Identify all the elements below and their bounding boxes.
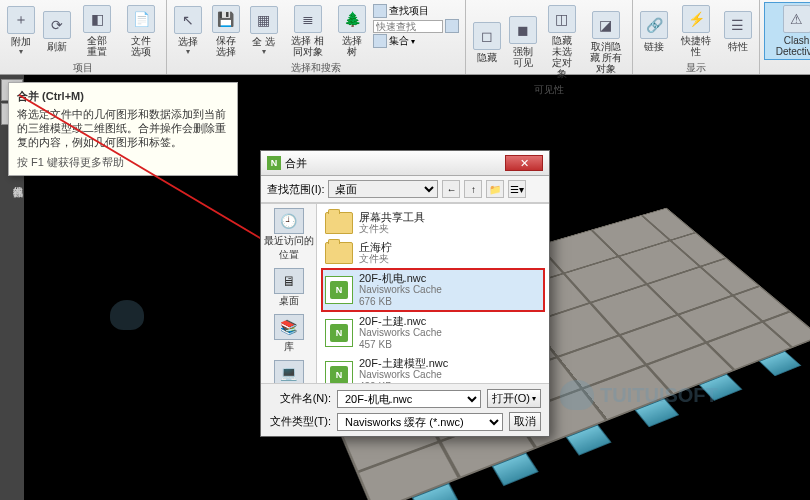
up-icon[interactable]: ↑: [464, 180, 482, 198]
tooltip-title: 合并 (Ctrl+M): [17, 89, 229, 103]
navisworks-icon: N: [267, 156, 281, 170]
group-label-display: 显示: [637, 60, 755, 77]
group-label-project: 项目: [4, 60, 162, 77]
save-selection-button[interactable]: 💾保存 选择: [207, 2, 245, 60]
open-button[interactable]: 打开(O)▾: [487, 389, 541, 408]
close-button[interactable]: ✕: [505, 155, 543, 171]
reset-all-button[interactable]: ◧全部 重置: [76, 2, 118, 60]
refresh-button[interactable]: ⟳刷新: [40, 2, 74, 60]
tooltip-body: 将选定文件中的几何图形和数据添加到当前的三维模型或二维图纸。合并操作会删除重复的…: [17, 107, 229, 149]
dialog-title: 合并: [285, 156, 307, 171]
clash-detective-button[interactable]: ⚠Clash Detective: [764, 2, 810, 60]
hide-unselected-button[interactable]: ◫隐藏 未选定对象: [542, 2, 582, 82]
ribbon-group-tools: ⚠Clash Detective ⏱TimeLiner ▤Quantificat…: [760, 0, 810, 74]
view-menu-icon[interactable]: ☰▾: [508, 180, 526, 198]
append-button[interactable]: ＋附加▾: [4, 2, 38, 60]
folder-icon: [325, 212, 353, 234]
find-items-link[interactable]: 查找项目: [389, 4, 429, 18]
file-item-folder[interactable]: 屏幕共享工具文件夹: [321, 208, 545, 238]
places-bar: 🕘最近访问的位置 🖥桌面 📚库 💻计算机 🌐网络: [261, 204, 317, 383]
filetype-label: 文件类型(T):: [269, 414, 331, 429]
folder-icon: [325, 242, 353, 264]
lookin-label: 查找范围(I):: [267, 182, 324, 197]
hide-button[interactable]: ◻隐藏: [470, 2, 504, 82]
merge-dialog: N 合并 ✕ 查找范围(I): 桌面 ← ↑ 📁 ☰▾ 🕘最近访问的位置 🖥桌面…: [260, 150, 550, 437]
place-recent[interactable]: 🕘最近访问的位置: [261, 208, 316, 262]
ribbon-group-visibility: ◻隐藏 ◼强制 可见 ◫隐藏 未选定对象 ◪取消隐藏 所有对象 可见性: [466, 0, 633, 74]
filetype-select[interactable]: Navisworks 缓存 (*.nwc): [337, 413, 503, 431]
filename-input[interactable]: 20F-机电.nwc: [337, 390, 481, 408]
back-icon[interactable]: ←: [442, 180, 460, 198]
tooltip-footer: 按 F1 键获得更多帮助: [17, 155, 229, 169]
dialog-footer: 文件名(N): 20F-机电.nwc 打开(O)▾ 文件类型(T): Navis…: [261, 383, 549, 436]
group-label-visibility: 可见性: [470, 82, 628, 99]
quick-props-button[interactable]: ⚡快捷特性: [674, 2, 719, 60]
sets-link[interactable]: 集合: [389, 34, 409, 48]
ribbon-toolbar: ＋附加▾ ⟳刷新 ◧全部 重置 📄文件 选项 项目 ↖选择▾ 💾保存 选择 ▦全…: [0, 0, 810, 75]
filename-label: 文件名(N):: [269, 391, 331, 406]
unhide-all-button[interactable]: ◪取消隐藏 所有对象: [584, 2, 628, 82]
file-item-nwc[interactable]: N 20F-土建.nwcNavisworks Cache457 KB: [321, 312, 545, 354]
properties-button[interactable]: ☰特性: [721, 2, 756, 60]
quick-find-input[interactable]: [373, 20, 443, 33]
place-desktop[interactable]: 🖥桌面: [274, 268, 304, 308]
selection-tree-button[interactable]: 🌲选择 树: [335, 2, 369, 60]
file-item-nwc-selected[interactable]: N 20F-机电.nwcNavisworks Cache676 KB: [321, 268, 545, 312]
select-all-button[interactable]: ▦全 选▾: [247, 2, 281, 60]
dialog-toolbar: 查找范围(I): 桌面 ← ↑ 📁 ☰▾: [261, 176, 549, 203]
file-item-folder[interactable]: 丘海柠文件夹: [321, 238, 545, 268]
cancel-button[interactable]: 取消: [509, 412, 541, 431]
ribbon-group-project: ＋附加▾ ⟳刷新 ◧全部 重置 📄文件 选项 项目: [0, 0, 167, 74]
lookin-select[interactable]: 桌面: [328, 180, 438, 198]
select-same-button[interactable]: ≣选择 相同对象: [283, 2, 333, 60]
file-item-nwc[interactable]: N 20F-土建模型.nwcNavisworks Cache420 KB: [321, 354, 545, 383]
nwc-file-icon: N: [325, 319, 353, 347]
place-computer[interactable]: 💻计算机: [274, 360, 304, 383]
new-folder-icon[interactable]: 📁: [486, 180, 504, 198]
file-options-button[interactable]: 📄文件 选项: [120, 2, 162, 60]
ribbon-group-select: ↖选择▾ 💾保存 选择 ▦全 选▾ ≣选择 相同对象 🌲选择 树 查找项目 集合…: [167, 0, 466, 74]
select-button[interactable]: ↖选择▾: [171, 2, 205, 60]
place-libraries[interactable]: 📚库: [274, 314, 304, 354]
file-list[interactable]: 屏幕共享工具文件夹 丘海柠文件夹 N 20F-机电.nwcNavisworks …: [317, 204, 549, 383]
nwc-file-icon: N: [325, 276, 353, 304]
force-visible-button[interactable]: ◼强制 可见: [506, 2, 540, 82]
links-button[interactable]: 🔗链接: [637, 2, 672, 60]
group-label-select: 选择和搜索: [171, 60, 461, 77]
dialog-titlebar[interactable]: N 合并 ✕: [261, 151, 549, 176]
merge-tooltip: 合并 (Ctrl+M) 将选定文件中的几何图形和数据添加到当前的三维模型或二维图…: [8, 82, 238, 176]
nwc-file-icon: N: [325, 361, 353, 383]
ribbon-group-display: 🔗链接 ⚡快捷特性 ☰特性 显示: [633, 0, 760, 74]
group-label-tools: 工具: [764, 60, 810, 77]
